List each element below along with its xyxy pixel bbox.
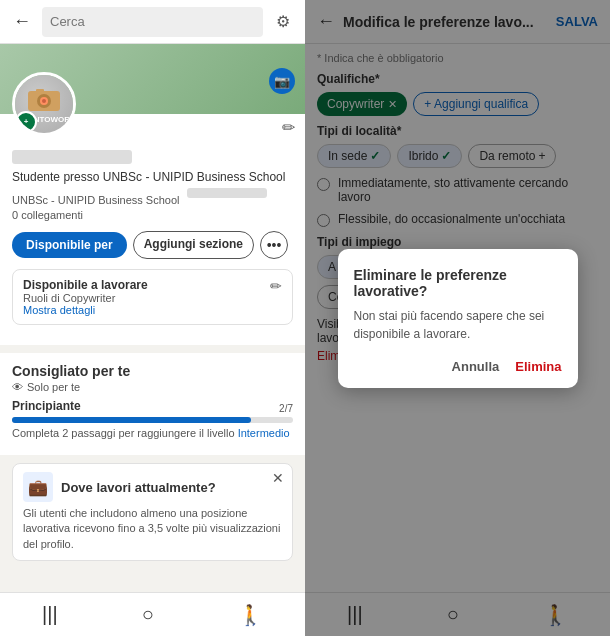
nav-menu-button[interactable]: ||| <box>32 599 68 630</box>
nav-home-button[interactable]: ○ <box>132 599 164 630</box>
modal-overlay[interactable]: Eliminare le preferenze lavorative? Non … <box>305 0 610 636</box>
opentowork-card: Disponibile a lavorare Ruoli di Copywrit… <box>12 269 293 325</box>
modal-delete-button[interactable]: Elimina <box>515 359 561 374</box>
profile-avatar-wrap: #OPENTOWORK + <box>12 72 76 136</box>
dove-header: 💼 Dove lavori attualmente? <box>23 472 282 502</box>
nav-person-button[interactable]: 🚶 <box>228 599 273 631</box>
modal-actions: Annulla Elimina <box>354 359 562 374</box>
left-panel: ← ⚙ #OPENTOWORK + <box>0 0 305 636</box>
intermedio-link[interactable]: Intermedio <box>238 427 290 439</box>
search-bar[interactable] <box>42 7 263 37</box>
settings-icon[interactable]: ⚙ <box>269 8 297 36</box>
progress-bar-fill <box>12 417 251 423</box>
available-for-button[interactable]: Disponibile per <box>12 232 127 258</box>
profile-section: #OPENTOWORK + 📷 ✏ Studente presso UNBSc … <box>0 44 305 345</box>
opentowork-badge: + <box>15 111 37 133</box>
profile-info: Studente presso UNBSc - UNIPID Business … <box>0 150 305 221</box>
modal-title: Eliminare le preferenze lavorative? <box>354 267 562 299</box>
add-section-button[interactable]: Aggiungi sezione <box>133 231 254 259</box>
modal-description: Non stai più facendo sapere che sei disp… <box>354 307 562 343</box>
progress-text: Completa 2 passaggi per raggiungere il l… <box>12 427 293 439</box>
progress-bar: 2/7 <box>12 417 293 423</box>
left-top-bar: ← ⚙ <box>0 0 305 44</box>
camera-overlay-btn[interactable]: 📷 <box>269 68 295 94</box>
profile-headline: Studente presso UNBSc - UNIPID Business … <box>12 170 293 184</box>
more-button[interactable]: ••• <box>260 231 288 259</box>
dove-lavori-card: 💼 Dove lavori attualmente? Gli utenti ch… <box>12 463 293 561</box>
search-input[interactable] <box>50 14 255 29</box>
dove-title: Dove lavori attualmente? <box>61 480 216 495</box>
consigliato-section: Consigliato per te 👁 Solo per te Princip… <box>0 353 305 455</box>
ow-subtitle: Ruoli di Copywriter <box>23 292 148 304</box>
dove-close-icon[interactable]: ✕ <box>272 470 284 486</box>
briefcase-icon: 💼 <box>23 472 53 502</box>
dove-desc: Gli utenti che includono almeno una posi… <box>23 506 282 552</box>
delete-preferences-modal: Eliminare le preferenze lavorative? Non … <box>338 249 578 388</box>
eye-icon: 👁 <box>12 381 23 393</box>
level-label: Principiante <box>12 399 293 413</box>
progress-count: 2/7 <box>279 403 293 414</box>
modal-cancel-button[interactable]: Annulla <box>452 359 500 374</box>
name-placeholder <box>12 150 132 164</box>
camera-icon <box>26 85 62 113</box>
ow-title: Disponibile a lavorare <box>23 278 148 292</box>
consigliato-title: Consigliato per te <box>12 363 293 379</box>
profile-actions: Disponibile per Aggiungi sezione ••• <box>0 231 305 259</box>
school-placeholder <box>187 188 267 198</box>
profile-avatar: #OPENTOWORK + <box>12 72 76 136</box>
connections-count: 0 collegamenti <box>12 209 293 221</box>
svg-point-3 <box>42 99 46 103</box>
solo-per-te: 👁 Solo per te <box>12 381 293 393</box>
left-bottom-nav: ||| ○ 🚶 <box>0 592 305 636</box>
profile-school: UNBSc - UNIPID Business School <box>12 188 293 206</box>
ow-edit-icon[interactable]: ✏ <box>270 278 282 294</box>
back-button[interactable]: ← <box>8 8 36 36</box>
profile-edit-icon[interactable]: ✏ <box>282 118 295 137</box>
right-panel: ← Modifica le preferenze lavo... SALVA *… <box>305 0 610 636</box>
ow-details-link[interactable]: Mostra dettagli <box>23 304 148 316</box>
opentowork-content: Disponibile a lavorare Ruoli di Copywrit… <box>23 278 148 316</box>
svg-rect-4 <box>36 89 44 93</box>
